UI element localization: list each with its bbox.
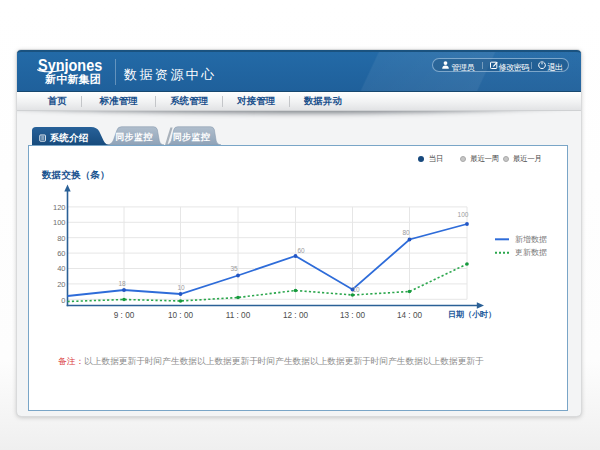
svg-text:11 : 00: 11 : 00: [226, 311, 251, 320]
svg-text:同步监控: 同步监控: [115, 132, 153, 142]
svg-text:100: 100: [458, 211, 469, 218]
svg-text:10: 10: [177, 284, 185, 291]
svg-text:0: 0: [61, 296, 65, 305]
svg-text:80: 80: [57, 234, 65, 243]
svg-text:新增数据: 新增数据: [515, 235, 547, 244]
svg-text:80: 80: [402, 229, 410, 236]
svg-text:18: 18: [118, 280, 126, 287]
svg-text:9 : 00: 9 : 00: [114, 311, 135, 320]
svg-text:100: 100: [53, 218, 66, 227]
svg-text:120: 120: [53, 203, 66, 212]
svg-text:60: 60: [57, 249, 65, 258]
svg-text:12 : 00: 12 : 00: [283, 311, 308, 320]
svg-text:20: 20: [57, 280, 65, 289]
svg-text:同步监控: 同步监控: [173, 132, 211, 142]
svg-text:更新数据: 更新数据: [515, 248, 547, 257]
svg-text:日期（小时）: 日期（小时）: [448, 310, 496, 319]
svg-text:10: 10: [352, 286, 360, 293]
svg-text:13 : 00: 13 : 00: [340, 311, 365, 320]
svg-text:14 : 00: 14 : 00: [397, 311, 422, 320]
svg-text:60: 60: [297, 247, 305, 254]
svg-text:40: 40: [57, 264, 65, 273]
svg-text:10 : 00: 10 : 00: [168, 311, 193, 320]
svg-text:系统介绍: 系统介绍: [49, 132, 88, 143]
svg-text:35: 35: [230, 265, 238, 272]
